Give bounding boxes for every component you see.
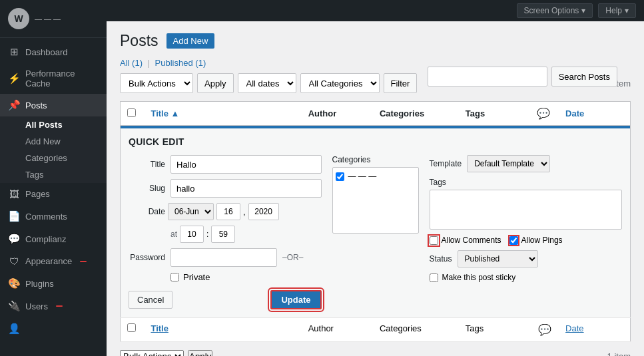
header-author: Author bbox=[302, 102, 373, 126]
item-count-bottom: 1 item bbox=[607, 351, 631, 356]
search-input[interactable] bbox=[428, 67, 547, 87]
status-select[interactable]: Published Draft Pending Review bbox=[458, 250, 538, 267]
sidebar-item-label: Comments bbox=[25, 212, 67, 222]
apply-button-bottom[interactable]: Apply bbox=[188, 350, 212, 356]
sidebar: W — — — ⊞ Dashboard ⚡ Performance Cache … bbox=[0, 0, 107, 356]
sidebar-item-complianz[interactable]: 🛡 Appearance bbox=[0, 250, 107, 272]
pages-icon: 📄 bbox=[8, 210, 20, 222]
qe-password-label: Password bbox=[129, 253, 165, 262]
sidebar-item-plugins[interactable]: 🔌 Users bbox=[0, 295, 107, 317]
main-area: Screen Options ▾ Help ▾ Posts Add New Se… bbox=[107, 0, 644, 356]
sticky-checkbox[interactable] bbox=[430, 273, 438, 282]
sidebar-item-categories[interactable]: Categories bbox=[0, 150, 107, 166]
qe-hour-input[interactable] bbox=[180, 226, 204, 243]
sidebar-item-label: Pages bbox=[25, 189, 50, 199]
allow-comments-item: Allow Comments bbox=[430, 236, 501, 245]
select-all-footer-checkbox[interactable] bbox=[127, 323, 136, 332]
published-posts-link[interactable]: Published (1) bbox=[155, 58, 206, 68]
qe-slug-row: Slug bbox=[129, 179, 322, 198]
qe-month-select[interactable]: 06-Jun bbox=[168, 203, 214, 220]
site-name: — — — bbox=[35, 15, 61, 23]
bottom-filter-bar: Bulk Actions Apply 1 item bbox=[120, 350, 631, 356]
qe-year-input[interactable] bbox=[248, 203, 279, 220]
cat-checkbox[interactable] bbox=[336, 172, 344, 181]
bulk-actions-select-bottom[interactable]: Bulk Actions bbox=[120, 350, 184, 356]
quick-edit-panel: QUICK EDIT Title bbox=[121, 126, 630, 317]
qe-password-input[interactable] bbox=[170, 248, 277, 267]
allow-pings-item: Allow Pings bbox=[509, 236, 563, 245]
quick-edit-title: QUICK EDIT bbox=[129, 136, 622, 147]
date-sort-link[interactable]: Date bbox=[565, 108, 584, 118]
filter-button[interactable]: Filter bbox=[384, 73, 418, 93]
search-area: Search Posts bbox=[428, 67, 617, 87]
template-select[interactable]: Default Template bbox=[467, 155, 550, 172]
footer-date-link[interactable]: Date bbox=[565, 323, 583, 333]
quick-edit-row: QUICK EDIT Title bbox=[121, 126, 631, 318]
qe-at-label: at bbox=[170, 230, 177, 239]
qe-title-input[interactable] bbox=[170, 155, 322, 174]
header-comments: 💬 bbox=[530, 102, 559, 126]
bulk-actions-select[interactable]: Bulk Actions bbox=[120, 73, 193, 93]
allow-comments-label: Allow Comments bbox=[442, 236, 501, 245]
quick-edit-middle: Categories — — — bbox=[332, 155, 419, 309]
search-posts-button[interactable]: Search Posts bbox=[551, 67, 617, 87]
select-all-checkbox[interactable] bbox=[127, 108, 136, 117]
cancel-button[interactable]: Cancel bbox=[129, 291, 172, 309]
sidebar-item-pages[interactable]: 📄 Comments bbox=[0, 205, 107, 228]
sidebar-item-performance-cache[interactable]: ⚡ Performance Cache bbox=[0, 63, 107, 94]
categories-label: Categories bbox=[25, 153, 67, 163]
qe-date-row: Date 06-Jun , bbox=[129, 203, 322, 220]
content-area: Posts Add New Search Posts All (1) | Pub… bbox=[107, 21, 644, 356]
sidebar-item-label: Complianz bbox=[25, 234, 66, 244]
categories-list[interactable]: — — — bbox=[332, 167, 419, 234]
status-row: Status Published Draft Pending Review bbox=[430, 250, 623, 267]
dates-filter-select[interactable]: All dates bbox=[238, 73, 296, 93]
add-new-button[interactable]: Add New bbox=[166, 33, 215, 49]
update-button[interactable]: Update bbox=[270, 290, 321, 309]
allow-comments-checkbox[interactable] bbox=[430, 236, 438, 245]
quick-edit-body: Title Slug Date bbox=[129, 155, 622, 309]
categories-filter-select[interactable]: All Categories bbox=[300, 73, 380, 93]
complianz-icon: 🛡 bbox=[8, 256, 20, 267]
tags-section-label: Tags bbox=[430, 178, 623, 187]
sidebar-item-all-posts[interactable]: All Posts bbox=[0, 116, 107, 133]
sidebar-item-media[interactable]: 🖼 Pages bbox=[0, 183, 107, 205]
template-label: Template bbox=[430, 159, 462, 168]
allow-pings-checkbox[interactable] bbox=[509, 236, 518, 245]
wordpress-icon: W bbox=[8, 8, 29, 29]
tags-input[interactable] bbox=[430, 190, 623, 230]
comments-header-icon: 💬 bbox=[537, 108, 550, 119]
sidebar-item-users[interactable]: 👤 bbox=[0, 317, 107, 340]
allow-row: Allow Comments Allow Pings bbox=[430, 236, 623, 245]
plugins-badge bbox=[56, 305, 63, 307]
sidebar-item-appearance[interactable]: 🎨 Plugins bbox=[0, 272, 107, 295]
template-row: Template Default Template bbox=[430, 155, 623, 172]
qe-day-input[interactable] bbox=[216, 203, 240, 220]
sidebar-item-dashboard[interactable]: ⊞ Dashboard bbox=[0, 41, 107, 63]
footer-title-col: Title bbox=[144, 318, 301, 342]
qe-min-input[interactable] bbox=[211, 226, 235, 243]
qe-date-label: Date bbox=[129, 207, 165, 216]
nav-separator: | bbox=[148, 58, 153, 68]
wp-logo: W — — — bbox=[0, 0, 107, 38]
footer-title-link[interactable]: Title bbox=[151, 323, 168, 333]
complianz-badge bbox=[80, 261, 87, 262]
sidebar-item-posts[interactable]: 📌 Posts bbox=[0, 94, 107, 116]
sidebar-item-add-new[interactable]: Add New bbox=[0, 133, 107, 150]
screen-options-button[interactable]: Screen Options ▾ bbox=[517, 3, 593, 18]
qe-private-checkbox[interactable] bbox=[170, 273, 179, 281]
posts-table: Title ▲ Author Categories Tags 💬 Date bbox=[120, 101, 631, 342]
all-posts-link[interactable]: All (1) bbox=[120, 58, 145, 68]
appearance-icon: 🎨 bbox=[8, 277, 20, 289]
qe-title-label: Title bbox=[129, 160, 165, 169]
help-button[interactable]: Help ▾ bbox=[598, 3, 636, 18]
title-sort-link[interactable]: Title ▲ bbox=[151, 108, 179, 118]
qe-slug-input[interactable] bbox=[170, 179, 322, 198]
qe-time-row: at : bbox=[170, 226, 322, 243]
sticky-row: Make this post sticky bbox=[430, 273, 623, 282]
sticky-label: Make this post sticky bbox=[442, 273, 516, 282]
sidebar-item-tags[interactable]: Tags bbox=[0, 166, 107, 183]
apply-button-top[interactable]: Apply bbox=[197, 73, 234, 93]
sidebar-item-comments[interactable]: 💬 Complianz bbox=[0, 228, 107, 250]
help-chevron-icon: ▾ bbox=[625, 6, 629, 15]
